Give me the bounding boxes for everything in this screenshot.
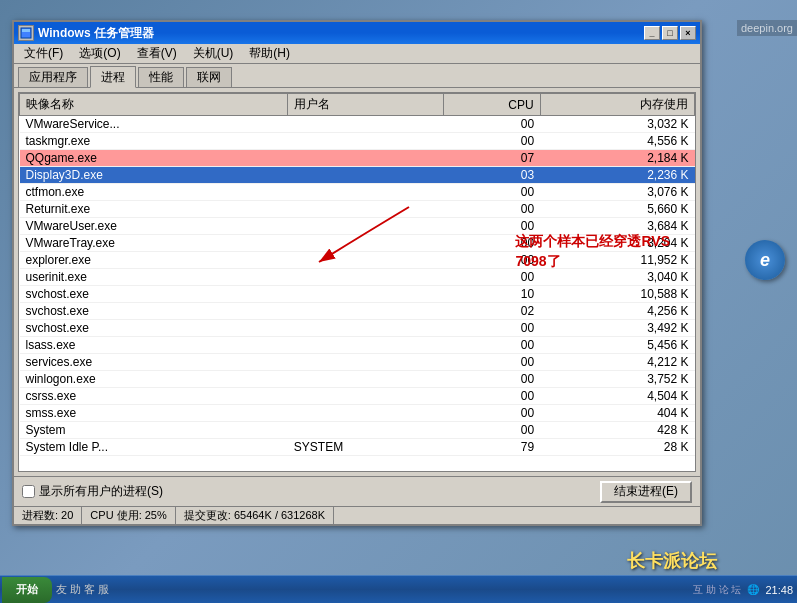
process-cpu: 00 [443,201,540,218]
process-cpu: 02 [443,303,540,320]
col-header-mem[interactable]: 内存使用 [540,94,694,116]
table-row[interactable]: VMwareService...003,032 K [20,116,695,133]
maximize-button[interactable]: □ [662,26,678,40]
process-mem: 428 K [540,422,694,439]
table-row[interactable]: lsass.exe005,456 K [20,337,695,354]
table-row[interactable]: services.exe004,212 K [20,354,695,371]
process-user [288,252,443,269]
process-name: QQgame.exe [20,150,288,167]
statusbar: 进程数: 20 CPU 使用: 25% 提交更改: 65464K / 63126… [14,506,700,524]
process-user [288,337,443,354]
process-user [288,371,443,388]
table-row[interactable]: csrss.exe004,504 K [20,388,695,405]
process-name: taskmgr.exe [20,133,288,150]
process-cpu: 00 [443,388,540,405]
footer: 显示所有用户的进程(S) 结束进程(E) [14,476,700,506]
process-cpu: 00 [443,354,540,371]
process-user [288,218,443,235]
taskbar-middle: 友 助 客 服 [52,576,693,603]
process-name: svchost.exe [20,286,288,303]
show-all-users-checkbox[interactable] [22,485,35,498]
process-mem: 4,556 K [540,133,694,150]
table-row[interactable]: System Idle P...SYSTEM7928 K [20,439,695,456]
annotation-text: 这两个样本已经穿透RVS 7098了 [515,232,670,271]
process-name: System Idle P... [20,439,288,456]
table-row[interactable]: Display3D.exe032,236 K [20,167,695,184]
menu-view[interactable]: 查看(V) [131,45,183,63]
show-all-users-text: 显示所有用户的进程(S) [39,483,163,500]
process-cpu: 03 [443,167,540,184]
tab-processes[interactable]: 进程 [90,66,136,88]
table-row[interactable]: svchost.exe024,256 K [20,303,695,320]
process-user [288,201,443,218]
table-row[interactable]: smss.exe00404 K [20,405,695,422]
menu-options[interactable]: 选项(O) [73,45,126,63]
process-user [288,354,443,371]
process-cpu: 00 [443,184,540,201]
taskbar: 开始 友 助 客 服 互 助 论 坛 🌐 21:48 [0,575,797,603]
col-header-cpu[interactable]: CPU [443,94,540,116]
process-name: ctfmon.exe [20,184,288,201]
process-name: Display3D.exe [20,167,288,184]
svg-rect-1 [22,29,30,32]
process-user [288,303,443,320]
minimize-button[interactable]: _ [644,26,660,40]
process-user [288,184,443,201]
process-name: VMwareService... [20,116,288,133]
process-mem: 4,212 K [540,354,694,371]
table-row[interactable]: System00428 K [20,422,695,439]
tab-network[interactable]: 联网 [186,67,232,87]
table-row[interactable]: svchost.exe003,492 K [20,320,695,337]
process-user [288,422,443,439]
process-cpu: 00 [443,337,540,354]
process-user [288,167,443,184]
process-name: explorer.exe [20,252,288,269]
process-name: VMwareTray.exe [20,235,288,252]
table-row[interactable]: taskmgr.exe004,556 K [20,133,695,150]
process-mem: 4,504 K [540,388,694,405]
process-cpu: 00 [443,405,540,422]
start-button[interactable]: 开始 [2,577,52,603]
desktop: e deepin.org Windows 任务管理器 _ □ × 文件(F) 选… [0,0,797,603]
menu-shutdown[interactable]: 关机(U) [187,45,240,63]
clock: 21:48 [765,584,793,596]
tab-performance[interactable]: 性能 [138,67,184,87]
process-mem: 28 K [540,439,694,456]
process-name: Returnit.exe [20,201,288,218]
task-manager-window: Windows 任务管理器 _ □ × 文件(F) 选项(O) 查看(V) 关机… [12,20,702,526]
process-mem: 2,236 K [540,167,694,184]
table-row[interactable]: svchost.exe1010,588 K [20,286,695,303]
process-name: csrss.exe [20,388,288,405]
end-process-button[interactable]: 结束进程(E) [600,481,692,503]
close-button[interactable]: × [680,26,696,40]
process-user [288,320,443,337]
process-name: lsass.exe [20,337,288,354]
process-user [288,133,443,150]
status-commit: 提交更改: 65464K / 631268K [176,507,334,524]
process-cpu: 00 [443,422,540,439]
taskbar-right: 互 助 论 坛 🌐 21:48 [693,583,797,597]
window-icon [18,25,34,41]
tab-applications[interactable]: 应用程序 [18,67,88,87]
process-cpu: 07 [443,150,540,167]
table-row[interactable]: winlogon.exe003,752 K [20,371,695,388]
process-cpu: 00 [443,371,540,388]
process-user [288,405,443,422]
table-row[interactable]: ctfmon.exe003,076 K [20,184,695,201]
table-row[interactable]: QQgame.exe072,184 K [20,150,695,167]
col-header-name[interactable]: 映像名称 [20,94,288,116]
table-row[interactable]: Returnit.exe005,660 K [20,201,695,218]
process-name: VMwareUser.exe [20,218,288,235]
menu-help[interactable]: 帮助(H) [243,45,296,63]
process-table-container[interactable]: 映像名称 用户名 CPU 内存使用 VMwareService...003,03… [18,92,696,472]
tabbar: 应用程序 进程 性能 联网 [14,64,700,88]
process-cpu: 79 [443,439,540,456]
show-all-users-label[interactable]: 显示所有用户的进程(S) [22,483,163,500]
menubar: 文件(F) 选项(O) 查看(V) 关机(U) 帮助(H) [14,44,700,64]
process-mem: 10,588 K [540,286,694,303]
menu-file[interactable]: 文件(F) [18,45,69,63]
process-name: svchost.exe [20,303,288,320]
col-header-user[interactable]: 用户名 [288,94,443,116]
process-mem: 3,752 K [540,371,694,388]
ie-icon: e [745,240,785,280]
